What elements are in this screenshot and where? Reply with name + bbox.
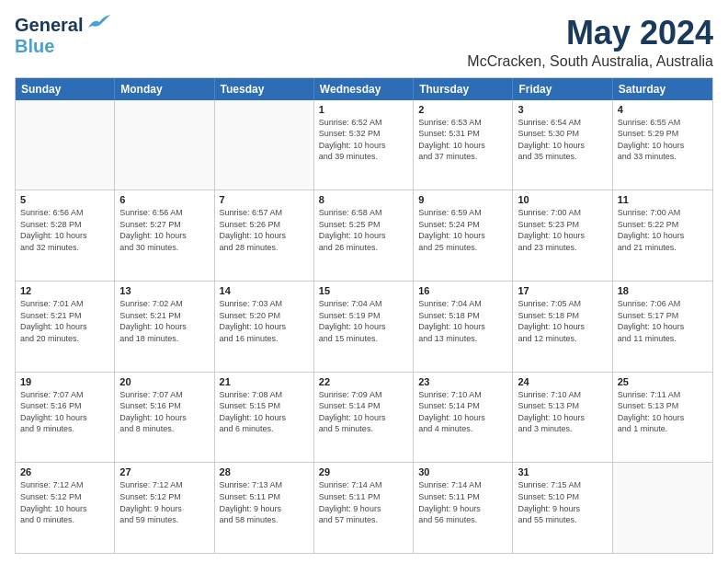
title-section: May 2024 McCracken, South Australia, Aus… (467, 15, 713, 70)
calendar-header-cell: Friday (513, 78, 612, 100)
day-number: 21 (220, 376, 309, 387)
day-info: Sunrise: 7:10 AM Sunset: 5:13 PM Dayligh… (518, 389, 607, 435)
day-info: Sunrise: 7:00 AM Sunset: 5:22 PM Dayligh… (618, 207, 708, 253)
day-number: 18 (618, 285, 708, 296)
day-number: 1 (319, 104, 408, 115)
subtitle: McCracken, South Australia, Australia (467, 53, 713, 70)
calendar-header-cell: Thursday (414, 78, 513, 100)
day-number: 19 (20, 376, 109, 387)
calendar-cell: 11Sunrise: 7:00 AM Sunset: 5:22 PM Dayli… (613, 190, 712, 281)
day-info: Sunrise: 6:54 AM Sunset: 5:30 PM Dayligh… (518, 117, 607, 163)
day-number: 8 (319, 194, 408, 205)
calendar-cell: 7Sunrise: 6:57 AM Sunset: 5:26 PM Daylig… (215, 190, 314, 281)
day-info: Sunrise: 7:04 AM Sunset: 5:19 PM Dayligh… (319, 298, 408, 344)
day-number: 24 (518, 376, 607, 387)
calendar-header: SundayMondayTuesdayWednesdayThursdayFrid… (16, 78, 712, 100)
day-number: 4 (618, 104, 708, 115)
day-number: 12 (20, 285, 109, 296)
day-info: Sunrise: 6:57 AM Sunset: 5:26 PM Dayligh… (220, 207, 309, 253)
calendar-cell: 3Sunrise: 6:54 AM Sunset: 5:30 PM Daylig… (513, 100, 612, 190)
calendar-cell: 10Sunrise: 7:00 AM Sunset: 5:23 PM Dayli… (513, 190, 612, 281)
day-number: 29 (319, 466, 408, 477)
calendar-cell: 1Sunrise: 6:52 AM Sunset: 5:32 PM Daylig… (314, 100, 414, 190)
calendar-cell: 6Sunrise: 6:56 AM Sunset: 5:27 PM Daylig… (115, 190, 214, 281)
day-number: 3 (518, 104, 607, 115)
day-info: Sunrise: 7:05 AM Sunset: 5:18 PM Dayligh… (518, 298, 607, 344)
calendar-cell: 19Sunrise: 7:07 AM Sunset: 5:16 PM Dayli… (16, 373, 115, 463)
day-info: Sunrise: 6:55 AM Sunset: 5:29 PM Dayligh… (618, 117, 708, 163)
calendar-cell: 2Sunrise: 6:53 AM Sunset: 5:31 PM Daylig… (414, 100, 513, 190)
calendar-row: 12Sunrise: 7:01 AM Sunset: 5:21 PM Dayli… (16, 282, 712, 373)
calendar-cell: 31Sunrise: 7:15 AM Sunset: 5:10 PM Dayli… (513, 463, 612, 553)
calendar-cell: 4Sunrise: 6:55 AM Sunset: 5:29 PM Daylig… (613, 100, 712, 190)
day-number: 20 (119, 376, 209, 387)
day-info: Sunrise: 7:14 AM Sunset: 5:11 PM Dayligh… (418, 479, 507, 525)
calendar-cell (16, 100, 115, 190)
header: General Blue May 2024 McCracken, South A… (15, 15, 713, 70)
calendar-body: 1Sunrise: 6:52 AM Sunset: 5:32 PM Daylig… (16, 100, 712, 553)
calendar-cell: 13Sunrise: 7:02 AM Sunset: 5:21 PM Dayli… (115, 282, 214, 372)
main-title: May 2024 (467, 15, 713, 52)
logo-text: General (15, 15, 83, 36)
calendar-row: 19Sunrise: 7:07 AM Sunset: 5:16 PM Dayli… (16, 373, 712, 464)
calendar-row: 26Sunrise: 7:12 AM Sunset: 5:12 PM Dayli… (16, 463, 712, 553)
day-number: 22 (319, 376, 408, 387)
calendar-cell: 9Sunrise: 6:59 AM Sunset: 5:24 PM Daylig… (414, 190, 513, 281)
calendar-row: 5Sunrise: 6:56 AM Sunset: 5:28 PM Daylig… (16, 190, 712, 282)
calendar-cell: 28Sunrise: 7:13 AM Sunset: 5:11 PM Dayli… (215, 463, 314, 553)
calendar-cell: 21Sunrise: 7:08 AM Sunset: 5:15 PM Dayli… (215, 373, 314, 463)
day-number: 16 (418, 285, 507, 296)
day-info: Sunrise: 6:56 AM Sunset: 5:27 PM Dayligh… (119, 207, 209, 253)
day-number: 27 (119, 466, 209, 477)
calendar-header-cell: Monday (115, 78, 214, 100)
calendar-row: 1Sunrise: 6:52 AM Sunset: 5:32 PM Daylig… (16, 100, 712, 191)
calendar-cell: 8Sunrise: 6:58 AM Sunset: 5:25 PM Daylig… (314, 190, 414, 281)
day-number: 13 (119, 285, 209, 296)
day-number: 23 (418, 376, 507, 387)
calendar-cell: 26Sunrise: 7:12 AM Sunset: 5:12 PM Dayli… (16, 463, 115, 553)
day-info: Sunrise: 7:07 AM Sunset: 5:16 PM Dayligh… (20, 389, 109, 435)
day-info: Sunrise: 7:02 AM Sunset: 5:21 PM Dayligh… (119, 298, 209, 344)
logo: General Blue (15, 15, 110, 57)
day-info: Sunrise: 7:15 AM Sunset: 5:10 PM Dayligh… (518, 479, 607, 525)
calendar-header-cell: Sunday (16, 78, 115, 100)
calendar-cell: 27Sunrise: 7:12 AM Sunset: 5:12 PM Dayli… (115, 463, 214, 553)
calendar-cell: 18Sunrise: 7:06 AM Sunset: 5:17 PM Dayli… (613, 282, 712, 372)
day-info: Sunrise: 7:06 AM Sunset: 5:17 PM Dayligh… (618, 298, 708, 344)
calendar-cell: 29Sunrise: 7:14 AM Sunset: 5:11 PM Dayli… (314, 463, 414, 553)
day-number: 25 (618, 376, 708, 387)
calendar-cell: 24Sunrise: 7:10 AM Sunset: 5:13 PM Dayli… (513, 373, 612, 463)
day-info: Sunrise: 7:09 AM Sunset: 5:14 PM Dayligh… (319, 389, 408, 435)
calendar-cell: 25Sunrise: 7:11 AM Sunset: 5:13 PM Dayli… (613, 373, 712, 463)
calendar-cell: 23Sunrise: 7:10 AM Sunset: 5:14 PM Dayli… (414, 373, 513, 463)
day-number: 26 (20, 466, 109, 477)
day-info: Sunrise: 7:01 AM Sunset: 5:21 PM Dayligh… (20, 298, 109, 344)
calendar-cell: 12Sunrise: 7:01 AM Sunset: 5:21 PM Dayli… (16, 282, 115, 372)
calendar-cell (115, 100, 214, 190)
calendar-header-cell: Saturday (613, 78, 712, 100)
calendar-cell (215, 100, 314, 190)
calendar-cell: 17Sunrise: 7:05 AM Sunset: 5:18 PM Dayli… (513, 282, 612, 372)
day-number: 11 (618, 194, 708, 205)
calendar-cell: 22Sunrise: 7:09 AM Sunset: 5:14 PM Dayli… (314, 373, 414, 463)
day-number: 30 (418, 466, 507, 477)
day-info: Sunrise: 7:00 AM Sunset: 5:23 PM Dayligh… (518, 207, 607, 253)
logo-blue-text: Blue (15, 36, 54, 56)
calendar-header-cell: Wednesday (314, 78, 414, 100)
day-info: Sunrise: 7:12 AM Sunset: 5:12 PM Dayligh… (119, 479, 209, 525)
day-info: Sunrise: 7:13 AM Sunset: 5:11 PM Dayligh… (220, 479, 309, 525)
day-info: Sunrise: 7:11 AM Sunset: 5:13 PM Dayligh… (618, 389, 708, 435)
day-number: 7 (220, 194, 309, 205)
day-info: Sunrise: 7:04 AM Sunset: 5:18 PM Dayligh… (418, 298, 507, 344)
day-info: Sunrise: 6:59 AM Sunset: 5:24 PM Dayligh… (418, 207, 507, 253)
day-number: 5 (20, 194, 109, 205)
day-info: Sunrise: 6:52 AM Sunset: 5:32 PM Dayligh… (319, 117, 408, 163)
day-info: Sunrise: 7:08 AM Sunset: 5:15 PM Dayligh… (220, 389, 309, 435)
day-number: 15 (319, 285, 408, 296)
day-info: Sunrise: 6:56 AM Sunset: 5:28 PM Dayligh… (20, 207, 109, 253)
day-number: 10 (518, 194, 607, 205)
calendar-cell: 16Sunrise: 7:04 AM Sunset: 5:18 PM Dayli… (414, 282, 513, 372)
day-info: Sunrise: 7:12 AM Sunset: 5:12 PM Dayligh… (20, 479, 109, 525)
day-number: 31 (518, 466, 607, 477)
calendar-cell: 15Sunrise: 7:04 AM Sunset: 5:19 PM Dayli… (314, 282, 414, 372)
